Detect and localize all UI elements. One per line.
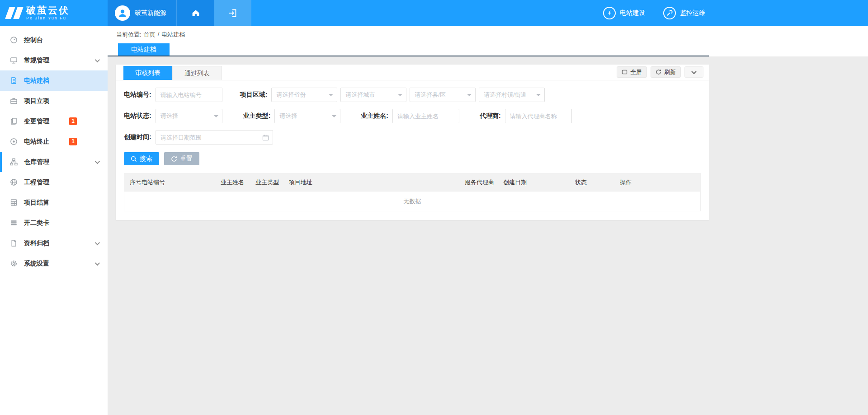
sidebar-item-project-initiation[interactable]: 项目立项 (0, 91, 108, 111)
breadcrumb: 当前位置: 首页 / 电站建档 (108, 31, 868, 43)
nav-monitoring-ops[interactable]: 监控运维 (663, 7, 705, 19)
reset-button[interactable]: 重置 (164, 152, 199, 165)
company-name: 破茧新能源 (135, 9, 166, 17)
col-owner-name: 业主姓名 (221, 178, 255, 187)
sidebar-item-label: 常规管理 (24, 56, 49, 65)
sidebar-item-label: 电站建档 (24, 77, 49, 85)
region-label: 项目区域: (240, 91, 268, 99)
sidebar-item-engineering-mgmt[interactable]: 工程管理 (0, 172, 108, 192)
town-select-value: 请选择村镇/街道 (484, 91, 527, 99)
brand-title: 破茧云伏 (26, 5, 70, 16)
sidebar-item-console[interactable]: 控制台 (0, 30, 108, 50)
created-time-label: 创建时间: (124, 133, 151, 141)
search-icon (131, 156, 137, 162)
sidebar-item-station-termination[interactable]: 电站终止 1 (0, 131, 108, 152)
card-lines-icon (10, 219, 18, 227)
city-select[interactable]: 请选择城市 (340, 88, 406, 102)
user-icon (117, 8, 128, 19)
sidebar-item-label: 变更管理 (24, 117, 49, 126)
sidebar-item-general-mgmt[interactable]: 常规管理 (0, 50, 108, 70)
col-actions: 操作 (620, 178, 700, 187)
col-owner-type: 业主类型 (255, 178, 289, 187)
chevron-down-icon (95, 240, 100, 245)
header-nav: 电站建设 监控运维 (603, 0, 705, 26)
tab-passed-list[interactable]: 通过列表 (172, 66, 222, 80)
fullscreen-label: 全屏 (630, 68, 642, 76)
sitemap-icon (10, 158, 18, 166)
sidebar-item-label: 开二类卡 (24, 219, 49, 227)
brand-logo-icon (7, 7, 21, 19)
wrench-icon (663, 7, 676, 19)
main-area: 当前位置: 首页 / 电站建档 电站建档 审核列表 通过列表 全屏 (108, 26, 868, 415)
refresh-button[interactable]: 刷新 (651, 66, 681, 78)
station-status-value: 请选择 (160, 112, 178, 120)
gear-icon (10, 260, 18, 267)
sidebar-item-change-mgmt[interactable]: 变更管理 1 (0, 111, 108, 131)
search-button[interactable]: 搜索 (124, 152, 159, 165)
agent-label: 代理商: (480, 112, 501, 120)
sidebar-item-label: 控制台 (24, 36, 43, 44)
nav-station-construction[interactable]: 电站建设 (603, 7, 645, 19)
tab-review-list[interactable]: 审核列表 (123, 66, 172, 80)
sidebar-item-label: 工程管理 (24, 178, 49, 187)
date-range-picker[interactable] (156, 130, 273, 145)
owner-type-value: 请选择 (279, 112, 297, 120)
breadcrumb-separator: / (158, 31, 160, 39)
chevron-down-icon (95, 57, 100, 62)
copy-icon (10, 117, 18, 125)
dashboard-icon (10, 36, 18, 44)
document-icon (10, 77, 18, 84)
brand-subtitle: Po Jian Yun Fu (26, 16, 70, 20)
chevron-down-icon (691, 69, 696, 74)
sidebar-item-warehouse-mgmt[interactable]: 仓库管理 (0, 152, 108, 172)
station-status-select[interactable]: 请选择 (156, 109, 222, 123)
search-button-label: 搜索 (140, 155, 152, 163)
globe-icon (10, 178, 18, 186)
filter-row-3: 创建时间: (124, 130, 701, 145)
station-no-label: 电站编号: (124, 91, 151, 99)
chevron-down-icon (95, 159, 100, 163)
town-select[interactable]: 请选择村镇/街道 (479, 88, 545, 102)
avatar[interactable] (115, 5, 130, 21)
logout-button[interactable] (214, 0, 251, 26)
sidebar-item-label: 项目立项 (24, 97, 49, 105)
reset-icon (171, 156, 177, 162)
calculator-icon (10, 199, 18, 206)
card-tab-bar: 审核列表 通过列表 全屏 刷新 (116, 65, 709, 80)
logout-icon (228, 8, 238, 18)
calendar-icon (262, 134, 269, 141)
empty-state: 无数据 (124, 191, 700, 211)
date-range-input[interactable] (156, 131, 262, 144)
province-select[interactable]: 请选择省份 (271, 88, 337, 102)
collapse-toggle-button[interactable] (684, 66, 703, 78)
monitor-icon (10, 56, 18, 64)
owner-type-select[interactable]: 请选择 (274, 109, 340, 123)
breadcrumb-home-link[interactable]: 首页 (144, 31, 156, 39)
filter-row-1: 电站编号: 项目区域: 请选择省份 请选择城市 请选择县/区 请选择村镇/街道 (124, 88, 701, 102)
col-project-address: 项目地址 (289, 178, 465, 187)
app-header: 破茧云伏 Po Jian Yun Fu 破茧新能源 (0, 0, 868, 26)
home-icon (191, 9, 200, 18)
owner-type-label: 业主类型: (243, 112, 271, 120)
page-tab-station-filing[interactable]: 电站建档 (118, 43, 170, 56)
owner-name-input[interactable] (392, 109, 459, 123)
results-table: 序号 电站编号 业主姓名 业主类型 项目地址 服务代理商 创建日期 状态 操作 … (124, 173, 701, 211)
sidebar-item-station-filing[interactable]: 电站建档 (0, 70, 108, 91)
fullscreen-button[interactable]: 全屏 (617, 66, 647, 78)
page-header-strip: 当前位置: 首页 / 电站建档 电站建档 (108, 26, 868, 56)
home-button[interactable] (176, 0, 214, 26)
sidebar-item-open-type2-card[interactable]: 开二类卡 (0, 213, 108, 233)
breadcrumb-current: 电站建档 (161, 31, 185, 39)
sidebar-item-label: 系统设置 (24, 260, 49, 268)
refresh-label: 刷新 (664, 68, 676, 76)
station-no-input[interactable] (156, 88, 222, 102)
user-menu[interactable]: 破茧新能源 (108, 0, 176, 26)
sidebar-item-system-settings[interactable]: 系统设置 (0, 253, 108, 274)
reset-button-label: 重置 (180, 155, 193, 163)
briefcase-icon (10, 97, 18, 105)
refresh-icon (656, 69, 661, 75)
agent-input[interactable] (505, 109, 572, 123)
sidebar-item-data-archiving[interactable]: 资料归档 (0, 233, 108, 253)
county-select[interactable]: 请选择县/区 (410, 88, 476, 102)
sidebar-item-project-settlement[interactable]: 项目结算 (0, 192, 108, 213)
